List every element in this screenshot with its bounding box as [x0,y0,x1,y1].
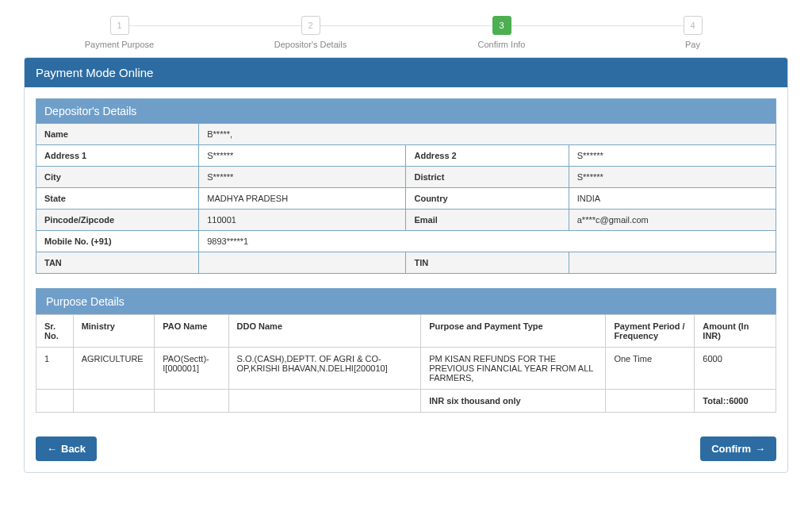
value-pincode: 110001 [199,210,406,231]
row-city: City S****** District S****** [36,167,776,188]
header-purpose: Purpose and Payment Type [421,315,606,348]
row-mobile: Mobile No. (+91) 9893*****1 [36,231,776,252]
cell-ministry: AGRICULTURE [73,348,155,390]
header-ministry: Ministry [73,315,155,348]
purpose-details-table: Sr. No. Ministry PAO Name DDO Name Purpo… [36,314,776,413]
row-pincode: Pincode/Zipcode 110001 Email a****c@gmai… [36,210,776,231]
label-district: District [406,167,569,188]
label-tan: TAN [36,252,199,274]
purpose-total-row: INR six thousand only Total::6000 [36,390,776,413]
arrow-left-icon: ← [47,443,57,455]
confirm-button-label: Confirm [711,443,751,455]
value-email: a****c@gmail.com [569,210,776,231]
value-tin [569,252,776,274]
back-button-label: Back [61,443,86,455]
step-indicator: 1 Payment Purpose 2 Depositor's Details … [0,16,812,49]
value-state: MADHYA PRADESH [199,188,406,210]
row-state: State MADHYA PRADESH Country INDIA [36,188,776,210]
value-city: S****** [199,167,406,188]
cell-amount: 6000 [695,348,776,390]
label-city: City [36,167,199,188]
value-address1: S****** [199,145,406,167]
step-2-num: 2 [301,16,320,35]
label-mobile: Mobile No. (+91) [36,231,199,252]
step-3-label: Confirm Info [406,40,597,49]
label-pincode: Pincode/Zipcode [36,210,199,231]
depositor-details-table: Depositor's Details Name B*****, Address… [36,98,776,274]
cell-srno: 1 [36,348,74,390]
purpose-row: 1 AGRICULTURE PAO(Sectt)-I[000001] S.O.(… [36,348,776,390]
value-country: INDIA [569,188,776,210]
label-email: Email [406,210,569,231]
step-4-label: Pay [597,40,788,49]
step-1-num: 1 [110,16,129,35]
depositor-section-title: Depositor's Details [36,99,776,124]
back-button[interactable]: ← Back [36,436,97,461]
header-pao: PAO Name [155,315,228,348]
step-4: 4 Pay [597,16,788,49]
cell-ddo: S.O.(CASH),DEPTT. OF AGRI & CO-OP,KRISHI… [228,348,421,390]
value-address2: S****** [569,145,776,167]
header-srno: Sr. No. [36,315,74,348]
step-1: 1 Payment Purpose [24,16,215,49]
label-address1: Address 1 [36,145,199,167]
label-tin: TIN [406,252,569,274]
cell-pao: PAO(Sectt)-I[000001] [155,348,228,390]
step-1-label: Payment Purpose [24,40,215,49]
payment-panel: Payment Mode Online Depositor's Details … [24,57,788,473]
row-address: Address 1 S****** Address 2 S****** [36,145,776,167]
step-2: 2 Depositor's Details [215,16,406,49]
value-name: B*****, [199,124,776,145]
purpose-header-row: Sr. No. Ministry PAO Name DDO Name Purpo… [36,315,776,348]
label-name: Name [36,124,199,145]
panel-title: Payment Mode Online [25,58,787,87]
step-2-label: Depositor's Details [215,40,406,49]
value-tan [199,252,406,274]
cell-purpose: PM KISAN REFUNDS FOR THE PREVIOUS FINANC… [421,348,606,390]
header-amount: Amount (In INR) [695,315,776,348]
arrow-right-icon: → [755,443,765,455]
amount-in-words: INR six thousand only [421,390,606,413]
step-4-num: 4 [684,16,703,35]
header-ddo: DDO Name [228,315,421,348]
step-3: 3 Confirm Info [406,16,597,49]
row-tan: TAN TIN [36,252,776,274]
label-country: Country [406,188,569,210]
step-3-num: 3 [492,16,511,35]
label-state: State [36,188,199,210]
label-address2: Address 2 [406,145,569,167]
confirm-button[interactable]: Confirm → [700,436,776,461]
total-amount: Total::6000 [695,390,776,413]
purpose-section-title: Purpose Details [36,288,776,314]
value-district: S****** [569,167,776,188]
cell-period: One Time [606,348,695,390]
value-mobile: 9893*****1 [199,231,776,252]
header-period: Payment Period / Frequency [606,315,695,348]
row-name: Name B*****, [36,124,776,145]
